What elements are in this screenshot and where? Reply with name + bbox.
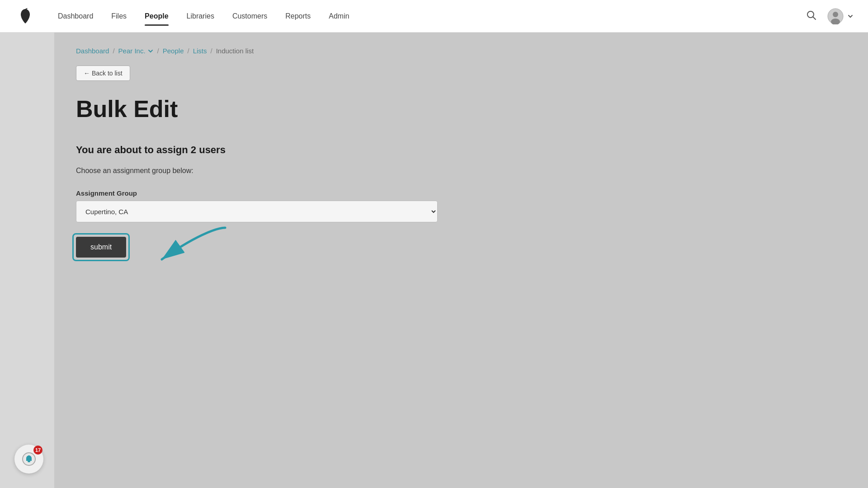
assign-subtext: Choose an assignment group below: <box>76 167 846 175</box>
page-title: Bulk Edit <box>76 95 846 122</box>
breadcrumb-current: Induction list <box>216 47 254 55</box>
avatar-icon <box>827 8 844 24</box>
nav-files[interactable]: Files <box>104 9 134 24</box>
field-label: Assignment Group <box>76 189 846 197</box>
nav-links: Dashboard Files People Libraries Custome… <box>51 9 803 24</box>
breadcrumb-org[interactable]: Pear Inc. <box>118 47 154 55</box>
breadcrumb-org-label: Pear Inc. <box>118 47 146 55</box>
app-logo[interactable] <box>14 5 36 27</box>
breadcrumb-sep-2: / <box>157 47 159 55</box>
nav-reports[interactable]: Reports <box>278 9 318 24</box>
navbar: Dashboard Files People Libraries Custome… <box>0 0 868 33</box>
breadcrumb: Dashboard / Pear Inc. / People / Lists /… <box>76 47 846 55</box>
assignment-group-select[interactable]: Cupertino, CA <box>76 201 438 222</box>
chevron-down-icon <box>147 48 154 54</box>
nav-admin[interactable]: Admin <box>321 9 356 24</box>
breadcrumb-sep-3: / <box>187 47 189 55</box>
search-button[interactable] <box>803 7 820 25</box>
nav-customers[interactable]: Customers <box>225 9 274 24</box>
svg-line-1 <box>813 17 816 19</box>
breadcrumb-dashboard[interactable]: Dashboard <box>76 47 109 55</box>
user-avatar-button[interactable] <box>827 8 854 24</box>
svg-point-8 <box>28 455 30 457</box>
assign-heading: You are about to assign 2 users <box>76 144 846 156</box>
back-to-list-button[interactable]: ← Back to list <box>76 66 130 81</box>
search-icon <box>807 10 816 20</box>
nav-right <box>803 7 854 25</box>
notification-badge[interactable]: 17 <box>14 445 43 474</box>
main-content: Dashboard / Pear Inc. / People / Lists /… <box>54 33 868 488</box>
svg-point-3 <box>833 12 838 17</box>
submit-button[interactable]: submit <box>76 237 126 258</box>
svg-rect-7 <box>28 461 30 462</box>
sidebar <box>0 33 54 488</box>
nav-libraries[interactable]: Libraries <box>179 9 222 24</box>
breadcrumb-sep-1: / <box>113 47 114 55</box>
notification-icon <box>22 452 36 466</box>
nav-dashboard[interactable]: Dashboard <box>51 9 100 24</box>
submit-area: submit <box>76 237 126 258</box>
breadcrumb-people[interactable]: People <box>163 47 184 55</box>
chevron-down-icon <box>847 13 854 19</box>
breadcrumb-sep-4: / <box>211 47 212 55</box>
notification-count: 17 <box>33 446 42 455</box>
breadcrumb-lists[interactable]: Lists <box>193 47 207 55</box>
nav-people[interactable]: People <box>137 9 175 24</box>
assignment-group-field: Assignment Group Cupertino, CA <box>76 189 846 237</box>
